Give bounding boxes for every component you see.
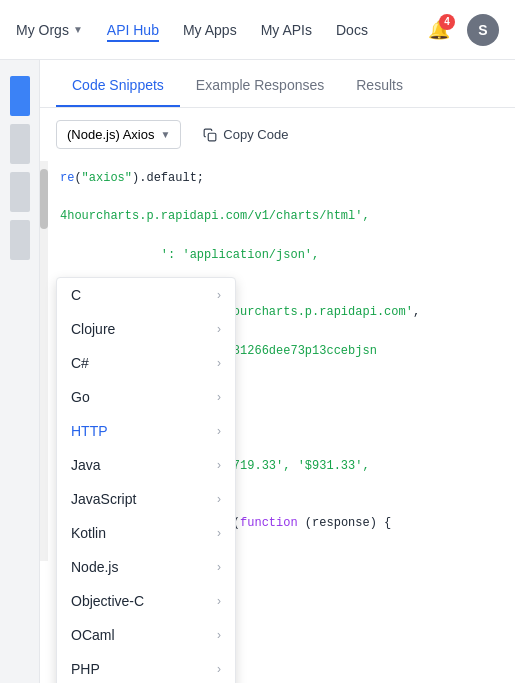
dropdown-item-php-label: PHP [71,661,100,677]
avatar[interactable]: S [467,14,499,46]
dropdown-item-clojure[interactable]: Clojure › [57,312,235,346]
code-line-2 [60,188,420,207]
lang-select-value: (Node.js) Axios [67,127,154,142]
left-sidebar [0,60,40,683]
dropdown-item-nodejs-label: Node.js [71,559,118,575]
dropdown-item-nodejs[interactable]: Node.js › [57,550,235,584]
chevron-right-icon: › [217,322,221,336]
dropdown-item-javascript-label: JavaScript [71,491,136,507]
dropdown-item-http-label: HTTP [71,423,108,439]
dropdown-item-objective-c[interactable]: Objective-C › [57,584,235,618]
dropdown-item-kotlin-label: Kotlin [71,525,106,541]
tab-results[interactable]: Results [340,65,419,107]
chevron-right-icon: › [217,424,221,438]
notifications-button[interactable]: 🔔 4 [423,14,455,46]
chevron-down-icon: ▼ [73,24,83,35]
dropdown-item-objective-c-label: Objective-C [71,593,144,609]
dropdown-item-ocaml-label: OCaml [71,627,115,643]
main-panel: Code Snippets Example Responses Results … [40,60,515,683]
nav-my-apps[interactable]: My Apps [183,18,237,42]
code-line-4: ': 'application/json', [60,227,420,285]
nav-docs[interactable]: Docs [336,18,368,42]
copy-code-button[interactable]: Copy Code [193,121,298,148]
toolbar: (Node.js) Axios ▼ Copy Code [40,108,515,161]
scroll-bar[interactable] [40,161,48,561]
lang-select-chevron-icon: ▼ [160,129,170,140]
code-line-3: 4hourcharts.p.rapidapi.com/v1/charts/htm… [60,207,420,226]
copy-icon [203,128,217,142]
chevron-right-icon: › [217,492,221,506]
dropdown-item-c[interactable]: C › [57,278,235,312]
sidebar-btn-1[interactable] [10,76,30,116]
copy-code-label: Copy Code [223,127,288,142]
top-nav: My Orgs ▼ API Hub My Apps My APIs Docs 🔔… [0,0,515,60]
dropdown-item-php[interactable]: PHP › [57,652,235,683]
dropdown-item-clojure-label: Clojure [71,321,115,337]
chevron-right-icon: › [217,288,221,302]
chevron-right-icon: › [217,390,221,404]
sidebar-btn-4[interactable] [10,220,30,260]
chevron-right-icon: › [217,356,221,370]
dropdown-item-kotlin[interactable]: Kotlin › [57,516,235,550]
nav-my-orgs[interactable]: My Orgs ▼ [16,18,83,42]
notifications-badge: 4 [439,14,455,30]
nav-icons: 🔔 4 S [423,14,499,46]
tab-code-snippets[interactable]: Code Snippets [56,65,180,107]
dropdown-item-javascript[interactable]: JavaScript › [57,482,235,516]
dropdown-item-csharp-label: C# [71,355,89,371]
sidebar-btn-3[interactable] [10,172,30,212]
language-dropdown-menu: C › Clojure › C# › Go › HTTP › [56,277,236,683]
tabs-bar: Code Snippets Example Responses Results [40,60,515,108]
dropdown-item-csharp[interactable]: C# › [57,346,235,380]
dropdown-item-java[interactable]: Java › [57,448,235,482]
sidebar-btn-2[interactable] [10,124,30,164]
chevron-right-icon: › [217,628,221,642]
dropdown-item-c-label: C [71,287,81,303]
dropdown-item-java-label: Java [71,457,101,473]
code-line-1: re("axios").default; [60,169,420,188]
chevron-right-icon: › [217,560,221,574]
dropdown-item-go[interactable]: Go › [57,380,235,414]
chevron-right-icon: › [217,526,221,540]
chevron-right-icon: › [217,594,221,608]
svg-rect-0 [209,133,217,141]
content-area: Code Snippets Example Responses Results … [0,60,515,683]
language-select[interactable]: (Node.js) Axios ▼ [56,120,181,149]
chevron-right-icon: › [217,662,221,676]
dropdown-item-go-label: Go [71,389,90,405]
tab-example-responses[interactable]: Example Responses [180,65,340,107]
nav-my-apis[interactable]: My APIs [261,18,312,42]
nav-api-hub[interactable]: API Hub [107,18,159,42]
scroll-thumb[interactable] [40,169,48,229]
dropdown-item-ocaml[interactable]: OCaml › [57,618,235,652]
dropdown-item-http[interactable]: HTTP › [57,414,235,448]
chevron-right-icon: › [217,458,221,472]
